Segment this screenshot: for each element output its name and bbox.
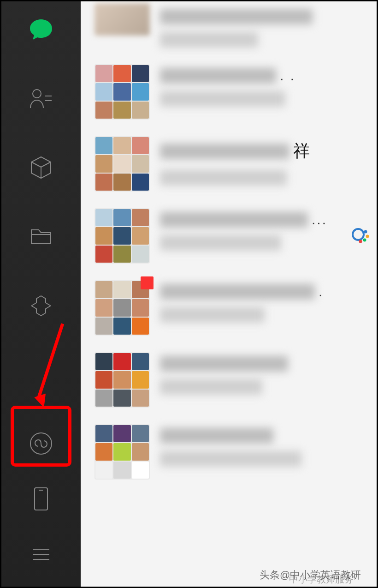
avatar: [94, 3, 150, 36]
svg-point-14: [359, 240, 362, 243]
svg-point-12: [366, 235, 369, 238]
chat-row-content: . .: [160, 64, 367, 107]
cube-icon: [30, 155, 53, 180]
chat-row-content: ...: [160, 208, 367, 251]
chat-preview-redacted: [160, 451, 301, 467]
chat-icon: [28, 18, 54, 41]
chat-row-content: 祥: [160, 136, 367, 186]
chat-preview-redacted: [160, 91, 285, 107]
avatar: [94, 136, 150, 192]
avatar: [94, 280, 150, 336]
sidebar-item-phone[interactable]: [27, 485, 55, 513]
chat-title-redacted: [160, 212, 308, 228]
avatar: [94, 352, 150, 408]
sidebar-item-contacts[interactable]: [27, 84, 55, 112]
watermark-2: 中小学教师服务: [289, 573, 354, 586]
svg-point-0: [33, 90, 41, 98]
chat-title-redacted: [160, 144, 289, 159]
sidebar-item-miniprogram[interactable]: [27, 430, 55, 457]
sidebar-item-favorites[interactable]: [27, 154, 55, 181]
avatar: [94, 424, 150, 480]
chat-row[interactable]: .: [81, 272, 377, 344]
chat-title-redacted: [160, 428, 273, 444]
chat-row-content: [160, 352, 367, 395]
chat-title-redacted: [160, 284, 315, 300]
chat-row-content: .: [160, 280, 367, 323]
chat-preview-redacted: [160, 32, 258, 48]
phone-icon: [33, 486, 49, 512]
avatar: [94, 208, 150, 264]
chat-row[interactable]: ...: [81, 200, 377, 272]
chat-preview-redacted: [160, 170, 287, 186]
avatar: [94, 64, 150, 120]
ellipsis: ...: [312, 217, 327, 222]
ellipsis: . .: [280, 73, 295, 78]
sidebar-item-files[interactable]: [27, 223, 55, 251]
sidebar-item-menu[interactable]: [27, 540, 55, 568]
chat-row-content: [160, 5, 367, 48]
svg-rect-5: [35, 488, 47, 510]
contacts-icon: [29, 88, 53, 109]
chat-row-content: [160, 424, 367, 467]
chat-preview-redacted: [160, 307, 265, 323]
hexaflower-icon: [29, 294, 53, 318]
sidebar: [1, 1, 81, 587]
chat-preview-redacted: [160, 379, 262, 395]
miniprogram-icon: [29, 432, 53, 456]
sidebar-item-browse[interactable]: [27, 292, 55, 320]
svg-point-13: [363, 239, 366, 242]
svg-point-11: [364, 230, 367, 234]
svg-point-10: [353, 229, 364, 240]
chat-preview-redacted: [160, 235, 281, 251]
menu-icon: [31, 546, 51, 562]
chat-title-redacted: [160, 68, 276, 84]
chat-list[interactable]: . .祥....: [81, 1, 377, 587]
wecom-icon: [351, 225, 370, 246]
chat-title-redacted: [160, 356, 288, 372]
folder-icon: [30, 227, 53, 246]
chat-row[interactable]: 祥: [81, 128, 377, 200]
chat-row[interactable]: [81, 416, 377, 488]
chat-row[interactable]: [81, 1, 377, 56]
chat-title-suffix: 祥: [293, 140, 310, 162]
unread-badge: [141, 276, 154, 289]
chat-title-redacted: [160, 9, 313, 24]
chat-row[interactable]: [81, 344, 377, 416]
sidebar-item-chat[interactable]: [27, 15, 55, 43]
ellipsis: .: [319, 289, 324, 294]
chat-row[interactable]: . .: [81, 56, 377, 128]
